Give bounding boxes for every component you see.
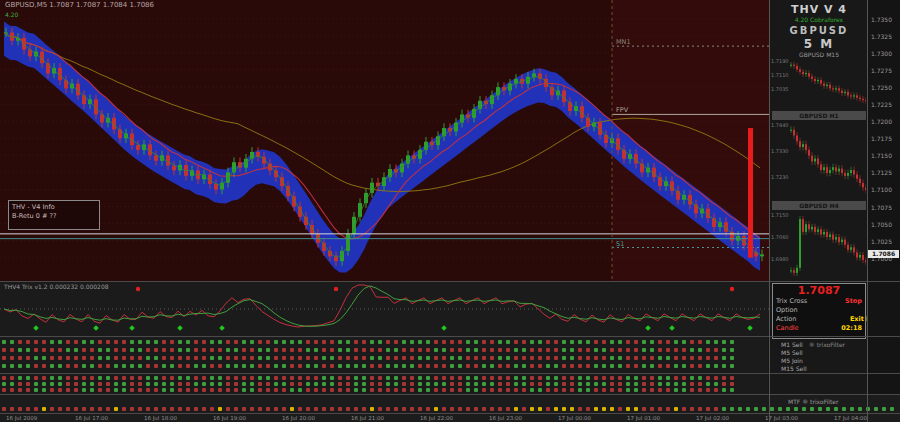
trading-terminal: MN1FPVS1 GBPUSD,M5 1.7087 1.7087 1.7084 … — [0, 0, 900, 422]
mini-axis-label: 1.7035 — [771, 86, 789, 93]
separator[interactable] — [0, 394, 900, 395]
thv-info-box[interactable]: THV - V4 Info B-Retu 0 # ?? — [8, 200, 100, 230]
mini-chart-h1[interactable] — [790, 122, 866, 198]
dot-matrix-row — [2, 348, 738, 353]
price-axis-label: 1.7250 — [871, 84, 892, 91]
trade-info-label: Trix Cross — [776, 297, 807, 306]
filter-matrix-window-2[interactable] — [0, 374, 768, 394]
trix-plot — [0, 282, 868, 336]
trade-info-row: ActionExit Long — [776, 315, 862, 324]
trade-info-panel: 1.7087 Trix CrossStopOptionActionExit Lo… — [772, 283, 866, 339]
panel-timeframe-sub: GBPUSD M15 — [770, 51, 868, 58]
panel-symbol: GBPUSD — [770, 25, 868, 36]
separator[interactable] — [0, 336, 900, 337]
trade-info-label: Option — [776, 306, 798, 315]
trixofilter-matrix-window[interactable] — [0, 337, 768, 373]
mini-axis-label: 1.7190 — [771, 58, 789, 65]
price-axis-label: 1.7100 — [871, 186, 892, 193]
separator — [0, 413, 900, 414]
mini-chart-h4-band[interactable]: GBPUSD H4 — [772, 201, 866, 210]
matrix-row-label: M5 Sell — [781, 349, 867, 357]
trade-info-row: Option — [776, 306, 862, 315]
mini-chart-h4[interactable] — [790, 212, 866, 280]
mini-axis-label: 1.6980 — [771, 256, 789, 263]
info-box-line2: B-Retu 0 # ?? — [12, 212, 96, 221]
matrix-row-label: M15 Sell — [781, 365, 867, 373]
mini-axis-label: 1.7230 — [771, 174, 789, 181]
dot-matrix-row — [2, 376, 738, 381]
price-axis-label: 1.7300 — [871, 50, 892, 57]
matrix-row-label: M5 Join — [781, 357, 867, 365]
time-axis-label: 16 Jul 20:00 — [282, 415, 315, 421]
price-axis-label: 1.7275 — [871, 67, 892, 74]
price-axis-label: 1.7225 — [871, 101, 892, 108]
mini-axis-label: 1.7330 — [771, 148, 789, 155]
mtf-dot-row-window[interactable]: MTF ® trixoFilter — [0, 395, 900, 414]
price-axis-label: 1.7075 — [871, 204, 892, 211]
price-axis-label: 1.7175 — [871, 135, 892, 142]
chart-header: GBPUSD,M5 1.7087 1.7087 1.7084 1.7086 4.… — [5, 1, 154, 19]
mini-axis-label: 1.7060 — [771, 234, 789, 241]
price-axis-label: 1.7125 — [871, 169, 892, 176]
dot-matrix-row — [2, 356, 738, 361]
dot-matrix-row — [2, 388, 738, 393]
price-axis-label: 1.7325 — [871, 33, 892, 40]
time-axis-label: 16 Jul 21:00 — [351, 415, 384, 421]
time-axis-label: 16 Jul 23:00 — [489, 415, 522, 421]
separator[interactable] — [0, 281, 900, 282]
mini-chart-h1-band[interactable]: GBPUSD H1 — [772, 111, 866, 120]
time-axis-label: 16 Jul 18:00 — [144, 415, 177, 421]
trix-indicator-window[interactable]: THV4 Trix v1.2 0.000232 0.000208 — [0, 282, 868, 336]
trade-info-row: Candle02:18 — [776, 324, 862, 333]
separator[interactable] — [0, 373, 900, 374]
mini-chart-m15[interactable] — [790, 58, 866, 108]
mini-axis-label: 1.7440 — [771, 122, 789, 129]
dot-matrix-row — [2, 382, 738, 387]
panel-subtitle: 4.20 Cobraforex — [770, 16, 868, 23]
trix-indicator-label: THV4 Trix v1.2 0.000232 0.000208 — [4, 283, 109, 290]
info-box-line1: THV - V4 Info — [12, 203, 96, 212]
price-axis-label: 1.7150 — [871, 152, 892, 159]
trade-info-rows: Trix CrossStopOptionActionExit LongCandl… — [776, 297, 862, 333]
mini-axis-label: 1.7150 — [771, 212, 789, 219]
time-axis-label: 17 Jul 04:00 — [834, 415, 867, 421]
symbol-ohlc-line: GBPUSD,M5 1.7087 1.7087 1.7084 1.7086 — [5, 1, 154, 10]
mtf-filter-label: MTF ® trixoFilter — [788, 398, 839, 405]
dot-matrix-row — [2, 364, 738, 369]
matrix-labels: M1 Sell® trixoFilterM5 SellM5 JoinM15 Se… — [781, 341, 867, 373]
matrix-row-label: M1 Sell® trixoFilter — [781, 341, 867, 349]
dot-matrix-row — [2, 340, 738, 345]
axis-border — [867, 0, 868, 422]
time-axis-label: 17 Jul 02:00 — [696, 415, 729, 421]
time-axis-label: 16 Jul 17:00 — [75, 415, 108, 421]
panel-timeframe: 5 M — [770, 37, 868, 51]
svg-text:MN1: MN1 — [616, 38, 631, 46]
trade-info-label: Candle — [776, 324, 799, 333]
price-axis-label: 1.7200 — [871, 118, 892, 125]
time-axis-label: 17 Jul 01:00 — [627, 415, 660, 421]
svg-text:FPV: FPV — [616, 106, 629, 114]
price-axis-label: 1.7025 — [871, 238, 892, 245]
time-axis-label: 16 Jul 22:00 — [420, 415, 453, 421]
trade-info-row: Trix CrossStop — [776, 297, 862, 306]
time-axis-label: 16 Jul 2009 — [6, 415, 37, 421]
main-price-chart[interactable]: MN1FPVS1 — [0, 0, 868, 282]
dot-matrix-row — [2, 407, 898, 412]
trade-info-value: 02:18 — [841, 324, 862, 333]
price-axis[interactable]: 1.73501.73251.73001.72751.72501.72251.72… — [868, 0, 900, 414]
panel-border — [769, 0, 770, 422]
panel-title: THV V 4 — [770, 3, 868, 16]
header-note: 4.20 — [5, 10, 154, 19]
time-axis-label: 17 Jul 00:00 — [558, 415, 591, 421]
current-price-marker: 1.7086 — [868, 250, 899, 258]
trixofilter-suffix: ® trixoFilter — [809, 341, 845, 348]
current-price-readout: 1.7087 — [776, 285, 862, 297]
mini-axis-label: 1.7110 — [771, 72, 789, 79]
trade-info-value: Stop — [845, 297, 862, 306]
time-axis-label: 16 Jul 19:00 — [213, 415, 246, 421]
trade-info-label: Action — [776, 315, 796, 324]
time-axis[interactable]: 16 Jul 200916 Jul 17:0016 Jul 18:0016 Ju… — [0, 414, 900, 422]
thv-side-panel: THV V 4 4.20 Cobraforex GBPUSD 5 M GBPUS… — [770, 0, 868, 422]
svg-text:S1: S1 — [616, 240, 624, 248]
price-axis-label: 1.7050 — [871, 221, 892, 228]
